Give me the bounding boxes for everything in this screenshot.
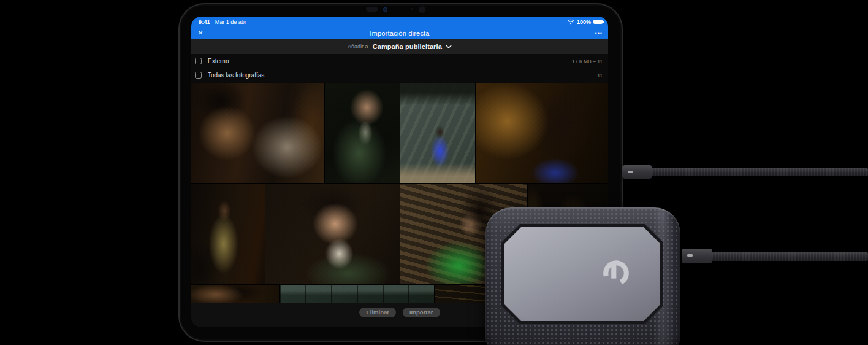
chevron-down-icon	[446, 45, 452, 48]
import-button[interactable]: Importar	[403, 308, 440, 317]
source-row-externo[interactable]: Externo 17.6 MB – 11	[191, 54, 608, 68]
add-to-bar: Añadir a Campaña publicitaria	[191, 39, 608, 54]
photo-thumbnail-4[interactable]	[476, 83, 608, 183]
front-camera-ring	[419, 6, 425, 13]
ambient-sensor-dot	[411, 8, 413, 10]
front-camera-icon	[383, 7, 387, 12]
photo-thumbnail-1[interactable]	[191, 83, 324, 183]
source-list: Externo 17.6 MB – 11 Todas las fotografí…	[191, 54, 608, 82]
usb-cable-ipad	[652, 168, 868, 176]
source-meta: 11	[597, 72, 603, 79]
overflow-menu-icon[interactable]: •••	[595, 31, 603, 36]
ssd-drive	[485, 207, 680, 345]
wifi-icon	[567, 19, 574, 25]
album-selector[interactable]: Campaña publicitaria	[373, 43, 452, 50]
source-label: Todas las fotografías	[208, 72, 264, 79]
ssd-metal-plate	[504, 227, 660, 321]
album-selector-value: Campaña publicitaria	[373, 43, 442, 50]
source-meta: 17.6 MB – 11	[572, 58, 603, 64]
battery-icon	[593, 20, 603, 24]
photo-thumbnail-6[interactable]	[265, 184, 400, 284]
plug-brand-mark	[628, 171, 633, 173]
delete-button[interactable]: Eliminar	[359, 308, 396, 317]
ssd-plate-groove	[501, 224, 663, 324]
status-bar: 9:41 Mar 1 de abr 100%	[191, 17, 608, 27]
photo-thumbnail-5[interactable]	[191, 184, 265, 284]
usb-c-plug-ipad	[622, 165, 652, 179]
photo-thumbnail-10[interactable]	[280, 285, 434, 303]
title-bar: ✕ Importación directa •••	[191, 27, 608, 39]
add-to-label: Añadir a	[348, 44, 368, 50]
scene: 9:41 Mar 1 de abr 100% ✕ Importación dir…	[0, 0, 868, 345]
battery-percent: 100%	[577, 19, 591, 25]
source-label: Externo	[208, 58, 229, 64]
plug-brand-mark	[687, 254, 693, 257]
photo-thumbnail-9[interactable]	[191, 285, 279, 303]
usb-c-plug-ssd	[682, 249, 712, 263]
front-sensor-pill	[366, 7, 378, 12]
photo-thumbnail-2[interactable]	[325, 83, 400, 183]
g-technology-logo-icon	[600, 257, 632, 289]
status-date: Mar 1 de abr	[215, 19, 246, 25]
usb-cable-ssd	[712, 252, 868, 261]
page-title: Importación directa	[191, 29, 608, 37]
status-time: 9:41	[199, 19, 210, 25]
source-checkbox[interactable]	[195, 72, 202, 79]
source-checkbox[interactable]	[195, 58, 202, 64]
photo-thumbnail-3[interactable]	[400, 83, 475, 183]
source-row-todas[interactable]: Todas las fotografías 11	[191, 68, 608, 82]
